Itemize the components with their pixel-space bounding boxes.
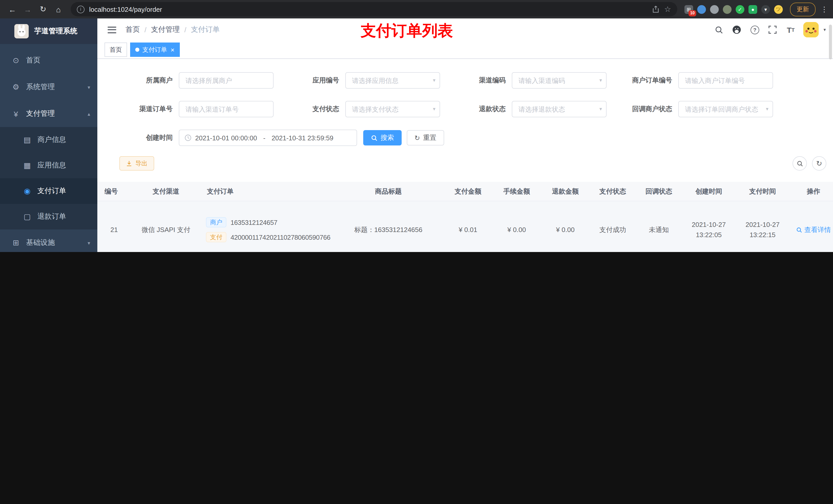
channel-order-no-input[interactable] (179, 101, 273, 117)
top-navbar: 首页 / 支付管理 / 支付订单 ? (97, 19, 833, 41)
channel-order-no-field[interactable] (179, 101, 273, 117)
extension-pin-icon[interactable]: ▾ (761, 5, 770, 14)
download-icon (126, 160, 132, 166)
font-size-icon[interactable]: TT (786, 25, 796, 35)
chevron-down-icon: ▾ (88, 84, 90, 90)
extension-drop-icon[interactable] (697, 5, 706, 14)
extension-chat-icon[interactable]: ● (748, 5, 757, 14)
view-detail-link[interactable]: 查看详情 (796, 225, 831, 234)
date-start-value[interactable]: 2021-10-01 00:00:00 (195, 134, 257, 142)
site-info-icon[interactable]: i (77, 5, 85, 13)
app-id-select[interactable]: ▾ (345, 72, 440, 89)
address-bar[interactable]: i localhost:1024/pay/order ☆ (71, 2, 677, 16)
gear-icon: ⚙ (11, 82, 21, 92)
orders-table: 编号 支付渠道 支付订单 商品标题 支付金额 手续金额 退款金额 支付状态 回调… (97, 182, 833, 252)
share-icon[interactable] (652, 6, 659, 13)
filter-label-merchant: 所属商户 (116, 76, 179, 85)
extension-grid-icon[interactable]: ⊞ 10 (685, 5, 693, 14)
sidebar-item-app-info[interactable]: ▦ 应用信息 (0, 153, 97, 178)
tab-pay-order[interactable]: 支付订单 × (130, 43, 180, 57)
profile-avatar-icon[interactable]: ツ (774, 5, 783, 14)
breadcrumb-pay-manage[interactable]: 支付管理 (151, 25, 180, 34)
date-end-value[interactable]: 2021-10-31 23:59:59 (271, 134, 333, 142)
fullscreen-icon[interactable] (768, 25, 778, 35)
merchant-order-no-input[interactable] (678, 72, 773, 89)
monitor-icon: ⊞ (11, 238, 21, 247)
annotation-title: 支付订单列表 (361, 21, 453, 42)
notify-status-field[interactable] (678, 101, 773, 117)
chevron-down-icon[interactable]: ▾ (824, 27, 826, 32)
sidebar-item-infrastructure[interactable]: ⊞ 基础设施 ▾ (0, 230, 97, 252)
cell-pay-time: 2021-10-2713:22:15 (736, 219, 789, 240)
refresh-table-button[interactable]: ↻ (812, 156, 826, 171)
browser-forward-icon[interactable]: → (21, 2, 35, 16)
cell-fee: ¥ 0.00 (492, 226, 541, 234)
sidebar-item-system[interactable]: ⚙ 系统管理 ▾ (0, 74, 97, 100)
notify-status-select[interactable]: ▾ (678, 101, 773, 117)
refresh-icon: ↻ (414, 134, 420, 142)
app-frame: 芋道管理系统 ⊙ 首页 ⚙ 系统管理 ▾ ¥ 支付管理 ▴ (0, 19, 833, 252)
filter-label-create-time: 创建时间 (116, 133, 179, 142)
sidebar-item-merchant-info[interactable]: ▤ 商户信息 (0, 127, 97, 153)
sidebar-item-home[interactable]: ⊙ 首页 (0, 47, 97, 74)
app-id-select-field[interactable] (345, 72, 440, 89)
breadcrumb: 首页 / 支付管理 / 支付订单 (125, 25, 220, 34)
sidebar-item-refund-order[interactable]: ▢ 退款订单 (0, 204, 97, 230)
search-button[interactable]: 搜索 (363, 130, 402, 145)
target-icon: ◉ (23, 187, 32, 196)
active-tab-dot (135, 48, 139, 52)
browser-home-icon[interactable]: ⌂ (51, 2, 66, 16)
filter-form: 所属商户 应用编号 ▾ (97, 59, 833, 146)
document-icon: ▢ (23, 212, 32, 221)
date-range-picker[interactable]: 2021-10-01 00:00:00 - 2021-10-31 23:59:5… (179, 129, 357, 146)
toggle-search-button[interactable] (792, 156, 807, 171)
browser-update-button[interactable]: 更新 (790, 2, 815, 16)
navbar-actions: ? TT ▾ (714, 22, 826, 38)
sidebar: 芋道管理系统 ⊙ 首页 ⚙ 系统管理 ▾ ¥ 支付管理 ▴ (0, 19, 97, 252)
user-avatar[interactable] (804, 22, 819, 38)
grid-icon: ▦ (23, 161, 32, 170)
merchant-tag: 商户 (206, 217, 227, 227)
merchant-filter-field[interactable] (179, 72, 273, 89)
github-icon[interactable] (732, 25, 742, 35)
help-icon[interactable]: ? (750, 25, 760, 35)
pay-status-field[interactable] (345, 101, 440, 117)
browser-reload-icon[interactable]: ↻ (36, 2, 50, 16)
clock-icon (185, 134, 192, 141)
logo-avatar (14, 24, 29, 39)
breadcrumb-home[interactable]: 首页 (125, 25, 140, 34)
extension-check-icon[interactable]: ✓ (736, 5, 744, 14)
export-button[interactable]: 导出 (119, 156, 154, 171)
scrollbar-thumb[interactable] (829, 25, 832, 59)
refund-status-field[interactable] (512, 101, 606, 117)
filter-label-notify-status: 回调商户状态 (616, 104, 678, 114)
channel-code-field[interactable] (512, 72, 606, 89)
bookmark-star-icon[interactable]: ☆ (664, 5, 671, 14)
app-logo[interactable]: 芋道管理系统 (0, 19, 97, 44)
merchant-filter-input[interactable] (179, 72, 273, 89)
channel-code-select[interactable]: ▾ (512, 72, 606, 89)
sidebar-item-pay-order[interactable]: ◉ 支付订单 (0, 178, 97, 204)
breadcrumb-pay-order: 支付订单 (191, 25, 220, 34)
url-text: localhost:1024/pay/order (89, 5, 647, 13)
pay-tag: 支付 (206, 232, 227, 242)
pay-status-select[interactable]: ▾ (345, 101, 440, 117)
extension-olive-icon[interactable] (723, 5, 732, 14)
table-body: 21 微信 JSAPI 支付 商户 1635312124657 支付 42000… (97, 201, 833, 252)
search-icon[interactable] (714, 25, 724, 35)
refresh-icon: ↻ (816, 159, 822, 167)
hamburger-menu-icon[interactable] (108, 26, 116, 33)
tab-home[interactable]: 首页 (104, 43, 127, 57)
cell-pay-status: 支付成功 (590, 225, 636, 234)
merchant-order-no-field[interactable] (678, 72, 773, 89)
browser-window: ← → ↻ ⌂ i localhost:1024/pay/order ☆ ⊞ 1… (0, 0, 833, 252)
cell-pay-order: 商户 1635312124657 支付 42000011742021102780… (206, 217, 333, 242)
browser-menu-icon[interactable]: ⋮ (821, 5, 828, 13)
extension-gray-icon[interactable] (710, 5, 719, 14)
tab-close-icon[interactable]: × (171, 46, 174, 53)
refund-status-select[interactable]: ▾ (512, 101, 606, 117)
reset-button[interactable]: ↻ 重置 (407, 130, 444, 145)
cell-create-time: 2021-10-2713:22:05 (682, 219, 736, 240)
browser-back-icon[interactable]: ← (5, 2, 20, 16)
sidebar-item-payment[interactable]: ¥ 支付管理 ▴ (0, 100, 97, 127)
